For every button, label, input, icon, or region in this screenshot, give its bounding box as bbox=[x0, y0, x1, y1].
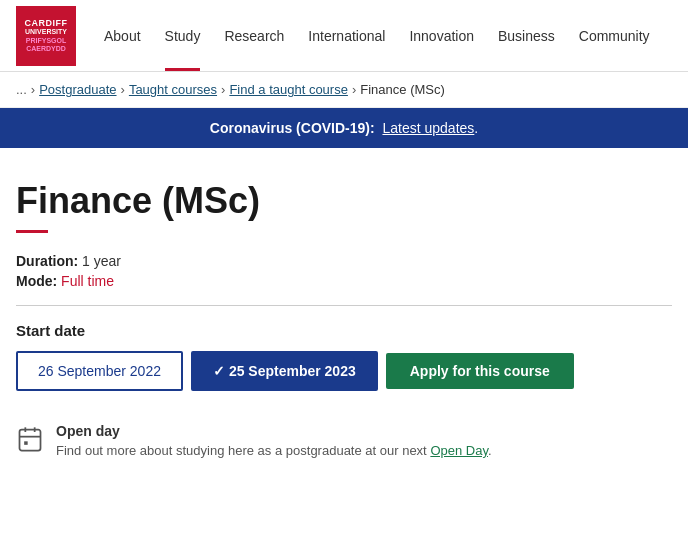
open-day-section: Open day Find out more about studying he… bbox=[16, 415, 672, 459]
breadcrumb-find-course[interactable]: Find a taught course bbox=[229, 82, 348, 97]
svg-rect-0 bbox=[20, 430, 41, 451]
logo-cardiff: CARDIFF bbox=[25, 18, 68, 29]
svg-rect-4 bbox=[24, 441, 28, 445]
duration-label: Duration: bbox=[16, 253, 78, 269]
breadcrumb: ... › Postgraduate › Taught courses › Fi… bbox=[0, 72, 688, 108]
duration-value-text: 1 year bbox=[82, 253, 121, 269]
nav-item-international[interactable]: International bbox=[296, 0, 397, 71]
breadcrumb-sep-0: › bbox=[31, 82, 35, 97]
open-day-title: Open day bbox=[56, 423, 492, 439]
date-buttons: 26 September 2022 ✓ 25 September 2023 Ap… bbox=[16, 351, 672, 391]
breadcrumb-sep-3: › bbox=[352, 82, 356, 97]
breadcrumb-current: Finance (MSc) bbox=[360, 82, 445, 97]
main-nav: AboutStudyResearchInternationalInnovatio… bbox=[92, 0, 662, 71]
breadcrumb-taught-courses[interactable]: Taught courses bbox=[129, 82, 217, 97]
banner-prefix: Coronavirus (COVID-19): bbox=[210, 120, 375, 136]
logo-welsh1: PRIFYSGOL bbox=[25, 37, 68, 45]
date-btn-1[interactable]: ✓ 25 September 2023 bbox=[191, 351, 378, 391]
date-btn-0[interactable]: 26 September 2022 bbox=[16, 351, 183, 391]
divider bbox=[16, 305, 672, 306]
covid-banner: Coronavirus (COVID-19): Latest updates. bbox=[0, 108, 688, 148]
mode-value-text: Full time bbox=[61, 273, 114, 289]
header: CARDIFF UNIVERSITY PRIFYSGOL CAERDYDD Ab… bbox=[0, 0, 688, 72]
open-day-text: Find out more about studying here as a p… bbox=[56, 443, 492, 458]
check-icon: ✓ bbox=[213, 363, 229, 379]
open-day-description: Find out more about studying here as a p… bbox=[56, 443, 427, 458]
nav-item-about[interactable]: About bbox=[92, 0, 153, 71]
course-title: Finance (MSc) bbox=[16, 180, 672, 222]
date-btn-1-label: 25 September 2023 bbox=[229, 363, 356, 379]
open-day-link[interactable]: Open Day bbox=[430, 443, 488, 458]
logo-university: UNIVERSITY bbox=[25, 28, 68, 36]
logo-welsh2: CAERDYDD bbox=[25, 45, 68, 53]
main-content: Finance (MSc) Duration: 1 year Mode: Ful… bbox=[0, 148, 688, 483]
nav-item-community[interactable]: Community bbox=[567, 0, 662, 71]
breadcrumb-sep-2: › bbox=[221, 82, 225, 97]
calendar-icon bbox=[16, 425, 44, 459]
course-meta: Duration: 1 year Mode: Full time bbox=[16, 253, 672, 289]
open-day-content: Open day Find out more about studying he… bbox=[56, 423, 492, 458]
breadcrumb-postgraduate[interactable]: Postgraduate bbox=[39, 82, 116, 97]
title-underline bbox=[16, 230, 48, 233]
breadcrumb-ellipsis: ... bbox=[16, 82, 27, 97]
nav-item-innovation[interactable]: Innovation bbox=[397, 0, 486, 71]
start-date-heading: Start date bbox=[16, 322, 672, 339]
logo[interactable]: CARDIFF UNIVERSITY PRIFYSGOL CAERDYDD bbox=[16, 6, 76, 66]
nav-item-research[interactable]: Research bbox=[212, 0, 296, 71]
banner-link[interactable]: Latest updates bbox=[382, 120, 474, 136]
nav-item-study[interactable]: Study bbox=[153, 0, 213, 71]
mode-label: Mode: bbox=[16, 273, 57, 289]
nav-item-business[interactable]: Business bbox=[486, 0, 567, 71]
breadcrumb-sep-1: › bbox=[121, 82, 125, 97]
apply-button[interactable]: Apply for this course bbox=[386, 353, 574, 389]
